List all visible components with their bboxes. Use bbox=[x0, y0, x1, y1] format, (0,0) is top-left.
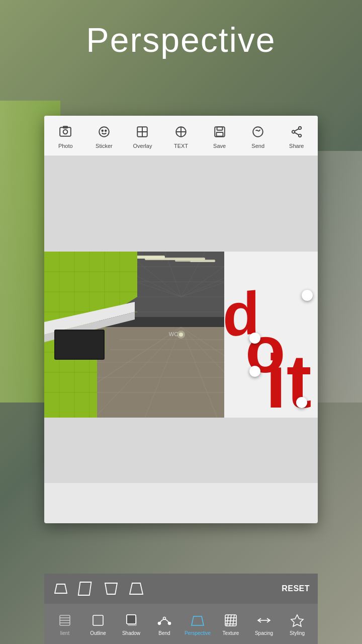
svg-rect-38 bbox=[190, 261, 215, 262]
share-label: Share bbox=[289, 143, 304, 149]
svg-point-3 bbox=[99, 127, 109, 137]
send-label: Send bbox=[251, 143, 264, 149]
tool-shadow[interactable]: Shadow bbox=[115, 612, 148, 636]
svg-point-89 bbox=[163, 617, 166, 619]
bend-icon bbox=[156, 612, 172, 628]
shadow-label: Shadow bbox=[122, 630, 140, 636]
tool-perspective[interactable]: Perspective bbox=[181, 612, 214, 636]
handle-top-right[interactable] bbox=[302, 290, 313, 301]
svg-rect-14 bbox=[216, 132, 223, 136]
reset-button[interactable]: RESET bbox=[282, 584, 310, 593]
svg-rect-67 bbox=[55, 331, 104, 359]
gradient-label: lient bbox=[60, 630, 69, 636]
shadow-icon bbox=[123, 612, 139, 628]
svg-point-5 bbox=[105, 130, 107, 131]
tool-gradient[interactable]: lient bbox=[48, 612, 81, 636]
svg-marker-90 bbox=[192, 616, 204, 625]
bg-right-gray bbox=[312, 151, 362, 403]
svg-rect-83 bbox=[93, 615, 103, 625]
hallway-scene[interactable]: d o it WC bbox=[44, 252, 318, 418]
sticker-icon bbox=[95, 123, 113, 141]
toolbar-share[interactable]: Share bbox=[277, 123, 316, 149]
svg-marker-75 bbox=[55, 584, 67, 593]
bend-label: Bend bbox=[158, 630, 170, 636]
svg-point-18 bbox=[299, 134, 301, 136]
save-label: Save bbox=[213, 143, 226, 149]
svg-rect-13 bbox=[217, 127, 222, 130]
svg-point-87 bbox=[158, 622, 161, 624]
svg-line-19 bbox=[295, 129, 299, 131]
svg-point-74 bbox=[177, 331, 185, 339]
svg-point-17 bbox=[292, 130, 295, 133]
spacing-label: Spacing bbox=[255, 630, 273, 636]
svg-rect-0 bbox=[60, 127, 71, 136]
svg-point-15 bbox=[253, 127, 263, 137]
tool-spacing[interactable]: Spacing bbox=[247, 612, 281, 636]
svg-marker-99 bbox=[291, 615, 303, 626]
photo-label: Photo bbox=[58, 143, 73, 149]
toolbar: Photo Sticker Overlay bbox=[44, 116, 318, 156]
handle-bottom-right[interactable] bbox=[296, 397, 307, 408]
app-card: Photo Sticker Overlay bbox=[44, 116, 318, 523]
toolbar-photo[interactable]: Photo bbox=[46, 123, 85, 149]
page-title: Perspective bbox=[0, 20, 362, 59]
toolbar-send[interactable]: Send bbox=[239, 123, 278, 149]
persp-btn-2[interactable] bbox=[77, 580, 95, 597]
svg-point-16 bbox=[299, 126, 301, 129]
bottom-controls: RESET lient Outline bbox=[44, 574, 318, 644]
toolbar-save[interactable]: Save bbox=[200, 123, 239, 149]
overlay-icon bbox=[133, 123, 151, 141]
save-icon bbox=[211, 123, 229, 141]
svg-marker-78 bbox=[130, 583, 143, 594]
spacing-icon bbox=[256, 612, 272, 628]
persp-btn-1[interactable] bbox=[52, 580, 69, 597]
photo-icon bbox=[56, 123, 74, 141]
styling-icon bbox=[289, 612, 305, 628]
toolbar-overlay[interactable]: Overlay bbox=[123, 123, 162, 149]
sticker-label: Sticker bbox=[96, 143, 113, 149]
send-icon bbox=[249, 123, 267, 141]
perspective-icon bbox=[190, 612, 206, 628]
overlay-label: Overlay bbox=[133, 143, 152, 149]
tool-styling[interactable]: Styling bbox=[281, 612, 314, 636]
tool-outline[interactable]: Outline bbox=[81, 612, 115, 636]
text-icon bbox=[172, 123, 190, 141]
svg-point-1 bbox=[63, 129, 68, 134]
svg-rect-86 bbox=[127, 615, 136, 624]
tools-row: lient Outline Shadow bbox=[44, 604, 318, 644]
toolbar-text[interactable]: TEXT bbox=[162, 123, 201, 149]
text-label: TEXT bbox=[174, 143, 188, 149]
svg-point-4 bbox=[102, 130, 103, 131]
styling-label: Styling bbox=[290, 630, 305, 636]
handle-mid-bottom[interactable] bbox=[249, 366, 260, 377]
svg-point-88 bbox=[168, 622, 171, 624]
tool-texture[interactable]: Texture bbox=[214, 612, 247, 636]
handle-mid-right[interactable] bbox=[249, 333, 260, 344]
toolbar-sticker[interactable]: Sticker bbox=[85, 123, 124, 149]
perspective-label: Perspective bbox=[185, 630, 211, 636]
persp-btn-3[interactable] bbox=[103, 580, 120, 597]
canvas-top bbox=[44, 156, 318, 252]
texture-label: Texture bbox=[223, 630, 239, 636]
share-icon bbox=[288, 123, 306, 141]
svg-marker-76 bbox=[78, 582, 92, 595]
svg-text:WC: WC bbox=[169, 331, 178, 337]
canvas-bottom bbox=[44, 418, 318, 483]
perspective-selector: RESET bbox=[44, 574, 318, 604]
gradient-icon bbox=[57, 612, 73, 628]
svg-marker-77 bbox=[105, 583, 117, 594]
persp-btn-4[interactable] bbox=[128, 580, 145, 597]
texture-icon bbox=[223, 612, 239, 628]
tool-bend[interactable]: Bend bbox=[148, 612, 181, 636]
outline-label: Outline bbox=[90, 630, 106, 636]
canvas-area: d o it WC bbox=[44, 156, 318, 483]
outline-icon bbox=[90, 612, 106, 628]
svg-line-20 bbox=[295, 132, 299, 134]
